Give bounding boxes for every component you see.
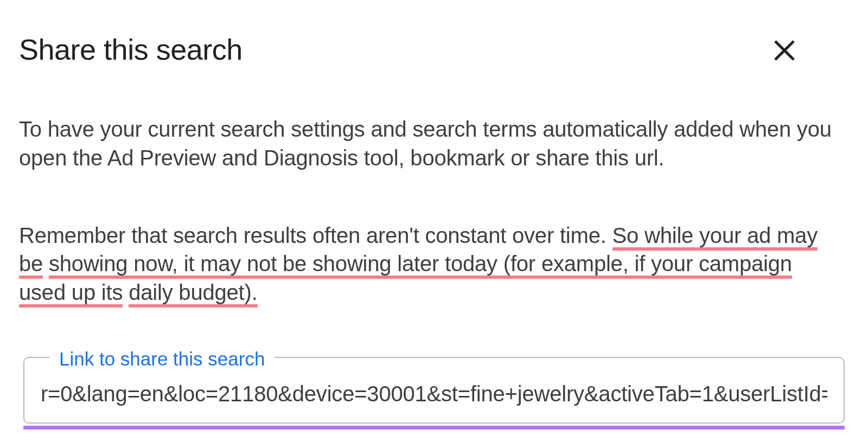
share-link-field[interactable]: Link to share this search r=0&lang=en&lo… [23, 357, 845, 424]
close-icon [772, 38, 797, 63]
dialog-header: Share this search [19, 33, 849, 66]
annotation-underline-3: daily budget). [129, 280, 257, 308]
share-link-label: Link to share this search [49, 348, 275, 370]
share-search-dialog: Share this search To have your current s… [0, 0, 868, 442]
para2-plain: Remember that search results often aren'… [19, 223, 612, 247]
share-link-group: Link to share this search r=0&lang=en&lo… [23, 357, 845, 430]
dialog-description-2: Remember that search results often aren'… [19, 221, 849, 307]
dialog-title: Share this search [19, 33, 242, 66]
share-link-value[interactable]: r=0&lang=en&loc=21180&device=30001&st=fi… [41, 382, 827, 406]
dialog-description-1: To have your current search settings and… [19, 115, 849, 172]
close-button[interactable] [770, 36, 799, 65]
annotation-box-underline [23, 426, 845, 430]
